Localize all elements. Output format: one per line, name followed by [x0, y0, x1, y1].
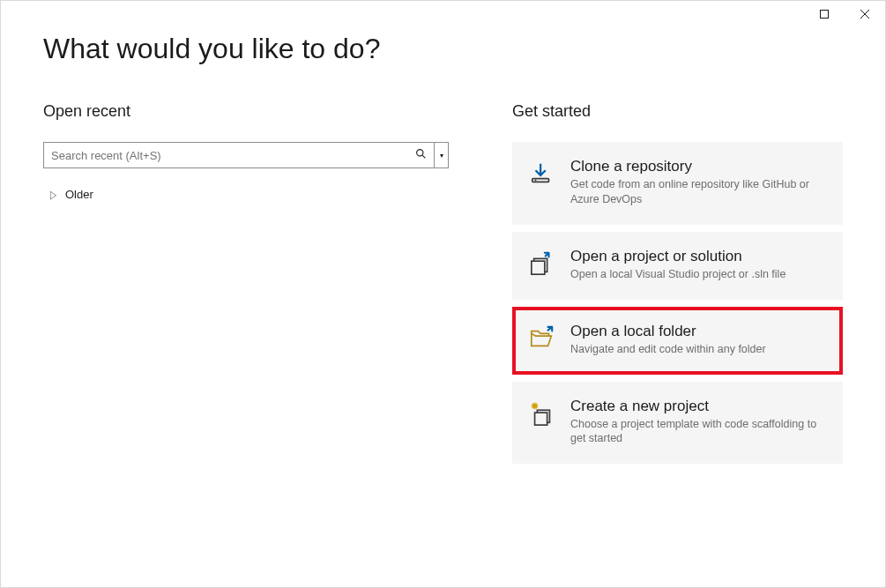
- search-recent-box[interactable]: [43, 142, 435, 168]
- tile-desc: Choose a project template with code scaf…: [570, 417, 823, 447]
- svg-rect-9: [532, 261, 545, 274]
- tile-title: Create a new project: [570, 398, 823, 415]
- recent-group-older[interactable]: ▷ Older: [43, 184, 449, 205]
- create-project-icon: [528, 399, 556, 428]
- open-folder-icon: [528, 324, 556, 353]
- clone-repository-icon: [528, 160, 556, 188]
- tile-title: Clone a repository: [570, 158, 823, 175]
- recent-group-label: Older: [65, 188, 93, 201]
- svg-rect-0: [821, 11, 829, 19]
- svg-point-3: [417, 150, 423, 156]
- open-recent-heading: Open recent: [43, 102, 449, 121]
- tile-desc: Get code from an online repository like …: [570, 177, 823, 207]
- search-dropdown-button[interactable]: ▾: [435, 142, 449, 168]
- tile-title: Open a project or solution: [570, 248, 823, 265]
- tile-desc: Navigate and edit code within any folder: [570, 342, 823, 357]
- open-project-icon: [528, 249, 556, 278]
- svg-rect-11: [535, 413, 547, 425]
- tile-open-local-folder[interactable]: Open a local folder Navigate and edit co…: [512, 307, 843, 375]
- tile-create-new-project[interactable]: Create a new project Choose a project te…: [512, 382, 843, 465]
- maximize-button[interactable]: [804, 1, 845, 27]
- page-title: What would you like to do?: [43, 33, 843, 65]
- tile-open-project[interactable]: Open a project or solution Open a local …: [512, 232, 843, 300]
- caret-right-icon: ▷: [50, 189, 56, 201]
- tile-clone-repository[interactable]: Clone a repository Get code from an onli…: [512, 142, 843, 225]
- get-started-heading: Get started: [512, 102, 843, 121]
- search-icon[interactable]: [413, 148, 428, 162]
- tile-desc: Open a local Visual Studio project or .s…: [570, 267, 823, 282]
- window-titlebar: [804, 1, 885, 27]
- tile-title: Open a local folder: [570, 323, 823, 340]
- svg-point-6: [535, 180, 537, 182]
- close-button[interactable]: [845, 1, 885, 27]
- svg-line-4: [422, 155, 425, 158]
- chevron-down-icon: ▾: [440, 152, 443, 160]
- search-input[interactable]: [51, 149, 413, 162]
